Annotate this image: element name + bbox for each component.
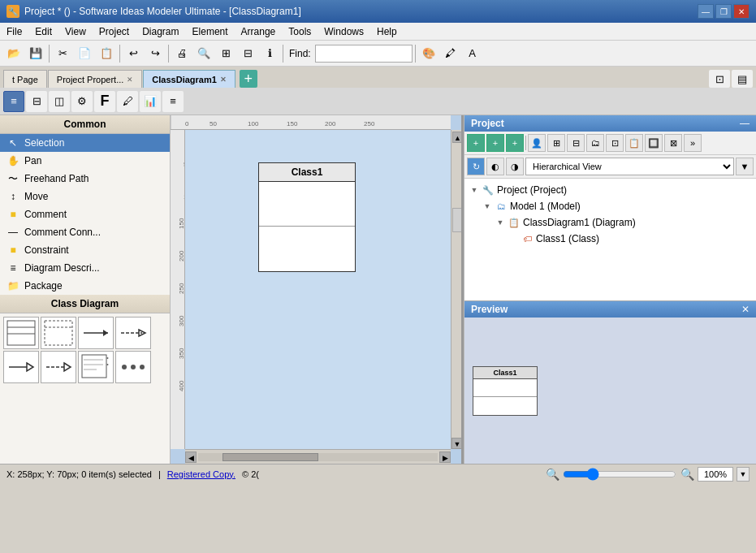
tool-pan[interactable]: ✋ Pan	[0, 152, 170, 170]
status-registered[interactable]: Registered Copy.	[167, 469, 235, 479]
overview-button[interactable]: ⊡	[709, 70, 730, 88]
cd-dep-tool[interactable]	[115, 317, 151, 349]
paste-button[interactable]: 📋	[96, 43, 117, 64]
tool-comment[interactable]: ■ Comment	[0, 205, 170, 223]
canvas-area[interactable]: 0 50 100 150 200 250 50 100 150 200 250 …	[171, 115, 464, 464]
cut-button[interactable]: ✂	[52, 43, 73, 64]
tree-item-model1[interactable]: ▼ 🗂 Model 1 (Model)	[468, 198, 753, 214]
restore-button[interactable]: ❐	[715, 4, 732, 19]
pp-add-button[interactable]: +	[467, 134, 485, 152]
tree-toggle-classdiagram1[interactable]: ▼	[495, 218, 505, 227]
redo-button[interactable]: ↪	[145, 43, 166, 64]
menu-file[interactable]: File	[0, 23, 28, 40]
tree-item-classdiagram1[interactable]: ▼ 📋 ClassDiagram1 (Diagram)	[468, 214, 753, 231]
zoom-percent-input[interactable]	[698, 467, 733, 482]
tab-class-diagram-close[interactable]: ✕	[220, 76, 227, 84]
cd-note-tool[interactable]: • •	[78, 351, 114, 383]
canvas-content[interactable]: Class1	[185, 130, 451, 449]
tool-move[interactable]: ↕ Move	[0, 188, 170, 205]
preview-panel-close[interactable]: ✕	[741, 304, 750, 315]
menu-windows[interactable]: Windows	[318, 23, 370, 40]
diagram-tb-6[interactable]: 🖊	[117, 91, 138, 112]
zoom-button[interactable]: 🔍	[193, 43, 214, 64]
diagram-tb-2[interactable]: ⊟	[26, 91, 47, 112]
menu-arrange[interactable]: Arrange	[235, 23, 283, 40]
tab-page[interactable]: t Page	[3, 70, 47, 88]
copy-button[interactable]: 📄	[74, 43, 95, 64]
uml-class-class1[interactable]: Class1	[258, 162, 356, 272]
diagram-tb-1[interactable]: ≡	[3, 91, 24, 112]
menu-help[interactable]: Help	[370, 23, 404, 40]
tab-project-properties-close[interactable]: ✕	[127, 76, 133, 84]
menu-edit[interactable]: Edit	[28, 23, 58, 40]
minimize-button[interactable]: —	[698, 4, 714, 19]
find-input[interactable]	[315, 45, 413, 63]
menu-element[interactable]: Element	[186, 23, 235, 40]
open-button[interactable]: 📂	[3, 43, 24, 64]
zoom-in-button[interactable]: 🔍	[680, 467, 694, 482]
zoom-dropdown-button[interactable]: ▼	[737, 467, 750, 482]
tool-selection[interactable]: ↖ Selection	[0, 134, 170, 152]
layout-button[interactable]: ⊟	[237, 43, 258, 64]
tab-class-diagram[interactable]: ClassDiagram1 ✕	[143, 70, 235, 88]
tool-package[interactable]: 📁 Package	[0, 277, 170, 295]
tree-toggle-model1[interactable]: ▼	[482, 201, 492, 211]
diagram-tb-8[interactable]: ≡	[162, 91, 184, 112]
cd-interface-tool[interactable]	[41, 317, 76, 349]
pp-view1-button[interactable]: 👤	[528, 134, 546, 152]
cd-real-tool[interactable]	[41, 351, 76, 383]
package-icon: 📁	[6, 279, 19, 292]
pp-sync2-button[interactable]: ◑	[506, 158, 524, 175]
zoom-out-button[interactable]: 🔍	[545, 467, 559, 482]
save-button[interactable]: 💾	[25, 43, 46, 64]
tree-toggle-project[interactable]: ▼	[469, 185, 479, 195]
menu-project[interactable]: Project	[93, 23, 136, 40]
pp-view6-button[interactable]: 📋	[625, 134, 643, 152]
canvas-scrollbar-horizontal[interactable]: ◀ ▶	[185, 449, 451, 464]
pp-view3-button[interactable]: ⊟	[567, 134, 585, 152]
pp-add2-button[interactable]: +	[486, 134, 504, 152]
color-text-button[interactable]: A	[462, 43, 483, 64]
pp-add3-button[interactable]: +	[506, 134, 524, 152]
menu-diagram[interactable]: Diagram	[136, 23, 185, 40]
close-button[interactable]: ✕	[733, 4, 750, 19]
pp-more-button[interactable]: »	[684, 134, 702, 152]
diagram-tb-4[interactable]: ⚙	[71, 91, 93, 112]
menu-tools[interactable]: Tools	[282, 23, 318, 40]
project-panel-collapse[interactable]: —	[740, 118, 750, 129]
pp-view8-button[interactable]: ⊠	[664, 134, 682, 152]
undo-button[interactable]: ↩	[123, 43, 144, 64]
zoom-slider[interactable]	[563, 471, 676, 477]
cd-gen-tool[interactable]	[3, 351, 39, 383]
pp-dropdown-button[interactable]: ▼	[736, 158, 754, 175]
nav-button[interactable]: ▤	[732, 70, 753, 88]
hierarchical-view-select[interactable]: Hierarchical View Flat View Type View	[525, 158, 734, 175]
pp-refresh-button[interactable]: ↻	[467, 158, 485, 175]
color-line-button[interactable]: 🖍	[440, 43, 461, 64]
add-tab-button[interactable]: +	[240, 70, 257, 88]
tool-freehand[interactable]: 〜 Freehand Path	[0, 170, 170, 188]
pp-view4-button[interactable]: 🗂	[586, 134, 604, 152]
cd-class-tool[interactable]	[3, 317, 39, 349]
tree-item-class1[interactable]: 🏷 Class1 (Class)	[468, 231, 753, 247]
info-button[interactable]: ℹ	[259, 43, 280, 64]
diagram-tb-7[interactable]: 📊	[140, 91, 161, 112]
diagram-tb-3[interactable]: ◫	[49, 91, 70, 112]
pp-view2-button[interactable]: ⊞	[547, 134, 565, 152]
pp-view7-button[interactable]: 🔲	[645, 134, 663, 152]
tab-project-properties[interactable]: Project Propert... ✕	[48, 70, 143, 88]
menu-view[interactable]: View	[58, 23, 93, 40]
pp-view5-button[interactable]: ⊡	[606, 134, 624, 152]
tool-diagram-desc[interactable]: ≡ Diagram Descri...	[0, 259, 170, 277]
grid-button[interactable]: ⊞	[215, 43, 236, 64]
tool-constraint[interactable]: ■ Constraint	[0, 241, 170, 259]
diagram-tb-5[interactable]: F	[94, 91, 115, 112]
tree-item-project[interactable]: ▼ 🔧 Project (Project)	[468, 182, 753, 198]
print-button[interactable]: 🖨	[171, 43, 192, 64]
panel-resize-handle[interactable]	[461, 115, 464, 464]
tool-comment-conn[interactable]: — Comment Conn...	[0, 223, 170, 241]
cd-assoc-tool[interactable]	[78, 317, 114, 349]
cd-more-tool[interactable]	[115, 351, 151, 383]
pp-sync1-button[interactable]: ◐	[486, 158, 504, 175]
color-fill-button[interactable]: 🎨	[418, 43, 439, 64]
